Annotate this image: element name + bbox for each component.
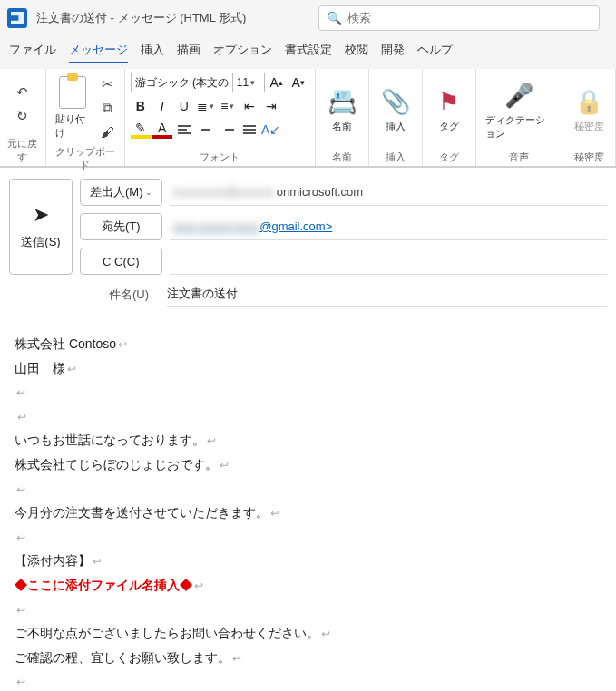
paste-icon	[59, 76, 86, 109]
styles-button[interactable]: A↙	[261, 120, 281, 140]
menu-developer[interactable]: 開発	[381, 42, 405, 63]
paste-button[interactable]: 貼り付け	[52, 73, 93, 143]
title-bar: 注文書の送付 - メッセージ (HTML 形式) 🔍 検索	[0, 0, 616, 36]
align-left-button[interactable]	[174, 120, 194, 140]
lock-icon: 🔒	[574, 88, 603, 116]
font-size-select[interactable]: 11▾	[232, 73, 265, 92]
ribbon-group-label: 挿入	[375, 151, 416, 164]
body-line-placeholder: ◆ここに添付ファイル名挿入◆↩	[15, 573, 601, 598]
ribbon: ↶ ↻ 元に戻す 貼り付け ✂ ⧉ 🖌 クリップボード 游ゴシック (本文のフ▾…	[0, 69, 616, 167]
numbering-button[interactable]: ≡▾	[218, 96, 238, 116]
copy-button[interactable]: ⧉	[97, 98, 119, 118]
menu-draw[interactable]: 描画	[177, 42, 200, 63]
italic-button[interactable]: I	[152, 96, 172, 116]
ribbon-group-clipboard: 貼り付け ✂ ⧉ 🖌 クリップボード	[46, 69, 125, 166]
address-book-icon: 📇	[328, 88, 357, 116]
sensitivity-button[interactable]: 🔒秘密度	[568, 84, 610, 137]
menu-insert[interactable]: 挿入	[141, 42, 164, 63]
increase-indent-button[interactable]: ⇥	[261, 96, 281, 116]
send-label: 送信(S)	[21, 234, 60, 250]
tag-button[interactable]: ⚑タグ	[428, 84, 470, 137]
menu-file[interactable]: ファイル	[9, 42, 56, 63]
body-line: 【添付内容】↩	[15, 549, 601, 573]
body-line: 今月分の注文書を送付させていただきます。↩	[15, 501, 601, 525]
align-justify-button[interactable]	[240, 120, 259, 140]
font-color-button[interactable]: A	[152, 120, 172, 140]
body-cursor-line: ↩	[15, 404, 601, 429]
address-book-button[interactable]: 📇名前	[321, 84, 363, 137]
bullets-button[interactable]: ≣▾	[196, 96, 216, 116]
paperclip-icon: 📎	[381, 88, 410, 116]
ribbon-group-label: 元に戻す	[5, 137, 40, 164]
outlook-app-icon	[7, 8, 27, 28]
menu-message[interactable]: メッセージ	[69, 42, 128, 63]
ribbon-group-font: 游ゴシック (本文のフ▾ 11▾ A▴ A▾ B I U ≣▾ ≡▾ ⇤ ⇥ ✎…	[125, 69, 316, 166]
bold-button[interactable]: B	[131, 96, 151, 116]
search-placeholder: 検索	[347, 10, 371, 26]
body-line: ご不明な点がございましたらお問い合わせください。↩	[15, 621, 601, 646]
compose-header: ➤ 送信(S) 差出人(M) ⌄ 宛先(T) C C(C) xxxxxxxxx@…	[0, 167, 616, 317]
highlight-color-button[interactable]: ✎	[131, 120, 151, 140]
menu-format[interactable]: 書式設定	[285, 42, 332, 63]
send-icon: ➤	[33, 203, 49, 227]
window-title: 注文書の送付 - メッセージ (HTML 形式)	[36, 10, 246, 26]
subject-field[interactable]: 注文書の送付	[167, 282, 607, 307]
ribbon-group-sensitivity: 🔒秘密度 秘密度	[562, 69, 616, 166]
mail-body[interactable]: 株式会社 Contoso↩ 山田 様↩ ↩ ↩ いつもお世話になっております。↩…	[0, 317, 616, 691]
menu-options[interactable]: オプション	[213, 42, 272, 63]
font-name-select[interactable]: 游ゴシック (本文のフ▾	[131, 73, 230, 92]
redo-button[interactable]: ↻	[12, 106, 34, 126]
to-field[interactable]: xxxx xxxxx<xxxx@gmail.com>	[170, 213, 608, 240]
ribbon-group-insert: 📎挿入 挿入	[369, 69, 423, 166]
ribbon-group-names: 📇名前 名前	[316, 69, 369, 166]
paste-label: 貼り付け	[55, 112, 90, 140]
body-line: いつもお世話になっております。↩	[15, 428, 601, 453]
ribbon-group-label: タグ	[428, 151, 470, 164]
align-center-button[interactable]	[196, 120, 216, 140]
cc-button[interactable]: C C(C)	[80, 248, 162, 275]
subject-label: 件名(U)	[9, 287, 158, 303]
underline-button[interactable]: U	[174, 96, 194, 116]
ribbon-group-undo: ↶ ↻ 元に戻す	[0, 69, 46, 166]
format-painter-button[interactable]: 🖌	[97, 122, 119, 141]
menu-help[interactable]: ヘルプ	[417, 42, 453, 63]
ribbon-group-label: クリップボード	[52, 145, 119, 172]
ribbon-group-label: 秘密度	[568, 151, 610, 164]
ribbon-group-label: フォント	[131, 151, 309, 164]
body-line: ↩	[15, 598, 601, 622]
body-line: ↩	[15, 525, 601, 550]
body-line: ↩	[15, 669, 601, 691]
search-icon: 🔍	[327, 11, 342, 25]
dictation-button[interactable]: 🎤ディクテーション	[482, 78, 556, 144]
increase-font-button[interactable]: A▴	[267, 73, 287, 92]
undo-button[interactable]: ↶	[12, 83, 34, 102]
attach-button[interactable]: 📎挿入	[375, 84, 416, 137]
decrease-indent-button[interactable]: ⇤	[240, 96, 259, 116]
flag-icon: ⚑	[438, 88, 459, 116]
align-right-button[interactable]	[218, 120, 238, 140]
body-line: ご確認の程、宜しくお願い致します。↩	[15, 646, 601, 670]
ribbon-group-tags: ⚑タグ タグ	[423, 69, 476, 166]
ribbon-group-label: 名前	[321, 151, 363, 164]
body-line: 株式会社 Contoso↩	[15, 332, 601, 356]
ribbon-group-label: 音声	[482, 151, 556, 164]
cut-button[interactable]: ✂	[97, 74, 119, 94]
ribbon-group-dictation: 🎤ディクテーション 音声	[476, 69, 562, 166]
send-button[interactable]: ➤ 送信(S)	[9, 179, 73, 275]
from-button[interactable]: 差出人(M) ⌄	[80, 179, 162, 206]
menu-bar: ファイル メッセージ 挿入 描画 オプション 書式設定 校閲 開発 ヘルプ	[0, 36, 616, 69]
menu-review[interactable]: 校閲	[345, 42, 368, 63]
body-line: 株式会社てじらぼのじょじおです。↩	[15, 453, 601, 477]
body-line: ↩	[15, 380, 601, 404]
microphone-icon: 🎤	[504, 82, 533, 110]
from-field[interactable]: xxxxxxxxx@xxxxxx.onmicrosoft.com	[170, 179, 608, 206]
decrease-font-button[interactable]: A▾	[288, 73, 308, 92]
to-button[interactable]: 宛先(T)	[80, 213, 162, 240]
body-line: 山田 様↩	[15, 356, 601, 381]
body-line: ↩	[15, 477, 601, 501]
search-input[interactable]: 🔍 検索	[318, 5, 600, 31]
cc-field[interactable]	[170, 248, 608, 275]
